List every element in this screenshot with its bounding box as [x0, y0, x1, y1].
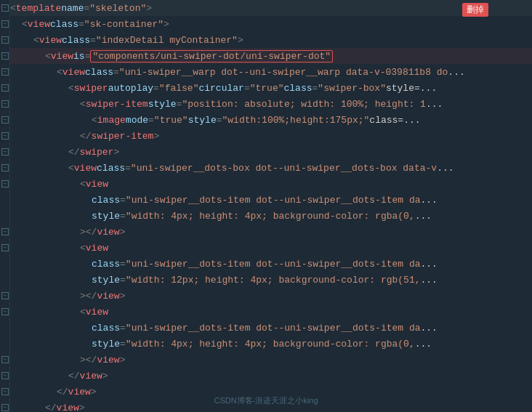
fold-icon[interactable]: − — [1, 308, 9, 315]
code-token: < — [68, 163, 74, 174]
code-line: −<view class="uni-swiper__dots-box dot--… — [0, 160, 532, 176]
code-line: −<view class="indexDetail myContainer"> — [0, 32, 532, 48]
code-line: −</swiper-item> — [0, 128, 532, 144]
code-token: view — [86, 243, 108, 254]
code-token: view — [57, 403, 79, 413]
line-gutter: − — [0, 80, 10, 96]
code-token: class — [97, 163, 125, 174]
fold-icon[interactable]: − — [1, 148, 9, 155]
line-gutter: − — [0, 368, 10, 384]
code-line: −<view — [0, 176, 532, 192]
code-token: view — [97, 227, 119, 238]
code-token: "components/uni-swiper-dot/uni-swiper-do… — [90, 50, 333, 62]
fold-icon[interactable]: − — [1, 68, 9, 76]
fold-icon[interactable]: − — [1, 372, 9, 379]
line-code-content: <image mode="true" style="width:100%;hei… — [10, 115, 532, 126]
code-token: > — [91, 387, 97, 397]
code-token: "sk-container" — [84, 19, 164, 30]
line-code-content: <view — [10, 179, 532, 190]
line-code-content: <swiper-item style="position: absolute; … — [10, 99, 532, 110]
code-line: −<view — [0, 240, 532, 256]
code-token: = — [153, 83, 159, 94]
fold-icon[interactable]: − — [1, 20, 9, 28]
line-code-content: <view is="components/uni-swiper-dot/uni-… — [10, 50, 532, 62]
code-token: view — [51, 51, 73, 62]
code-token: "indexDetail myContainer" — [96, 35, 238, 46]
line-gutter: − — [0, 240, 10, 256]
fold-icon[interactable]: − — [1, 4, 9, 12]
code-token: view — [86, 179, 108, 190]
line-code-content: ></view> — [10, 355, 532, 365]
line-gutter: − — [0, 96, 10, 112]
code-token: = — [148, 115, 154, 126]
code-token: class — [50, 19, 78, 30]
code-token: "skeleton" — [89, 3, 146, 14]
code-token: ></ — [80, 227, 97, 238]
line-gutter: − — [0, 0, 10, 16]
code-token: ... — [448, 67, 464, 78]
line-code-content: <template name="skeleton"> — [10, 3, 532, 14]
code-token: view — [97, 355, 119, 365]
code-token: name — [61, 3, 84, 14]
code-token: template — [16, 3, 61, 14]
code-token: "position: absolute; width: 100%; height… — [182, 99, 425, 110]
code-token: swiper-item — [92, 131, 154, 142]
code-line: −></view> — [0, 352, 532, 368]
code-token: class — [62, 35, 90, 46]
code-token: </ — [80, 131, 92, 142]
line-code-content: <view — [10, 307, 532, 318]
line-code-content: <view — [10, 243, 532, 254]
line-gutter: − — [0, 224, 10, 240]
code-token: < — [92, 115, 97, 126]
fold-icon[interactable]: − — [1, 356, 9, 363]
code-token: "width: 12px; height: 4px; background-co… — [126, 275, 421, 286]
fold-icon[interactable]: − — [1, 180, 9, 187]
code-token: style — [92, 211, 120, 222]
fold-icon[interactable]: − — [1, 84, 9, 92]
code-token: "width: 4px; height: 4px; background-col… — [126, 211, 415, 222]
code-editor: 删掉 −<template name="skeleton">−<view cla… — [0, 0, 532, 412]
fold-icon[interactable]: − — [1, 292, 9, 299]
code-token: style — [92, 339, 120, 350]
delete-badge: 删掉 — [462, 3, 488, 17]
fold-icon[interactable]: − — [1, 36, 9, 44]
code-token: = — [120, 259, 126, 270]
code-token: ></ — [80, 291, 97, 302]
code-token: < — [33, 35, 39, 46]
line-code-content: style="width: 4px; height: 4px; backgrou… — [10, 339, 532, 350]
code-token: = — [113, 67, 119, 78]
code-line: −></view> — [0, 288, 532, 304]
fold-icon[interactable]: − — [1, 244, 9, 251]
code-token: </ — [68, 147, 80, 158]
code-token: < — [80, 307, 86, 318]
fold-icon[interactable]: − — [1, 116, 9, 124]
fold-icon[interactable]: − — [1, 388, 9, 395]
code-token: < — [57, 67, 63, 78]
fold-icon[interactable]: − — [1, 228, 9, 235]
code-token: ></ — [80, 355, 97, 365]
line-gutter: − — [0, 176, 10, 192]
line-gutter: − — [0, 64, 10, 80]
code-token: class — [284, 83, 313, 94]
code-token: = — [90, 35, 96, 46]
fold-icon[interactable]: − — [1, 132, 9, 140]
code-token: ... — [421, 259, 438, 270]
code-token: ... — [437, 163, 454, 174]
line-code-content: ></view> — [10, 227, 532, 238]
code-token: < — [45, 51, 51, 62]
code-token: = — [177, 99, 182, 110]
code-token: ... — [415, 211, 432, 222]
fold-icon[interactable]: − — [1, 164, 9, 171]
code-token: view — [97, 291, 119, 302]
line-code-content: <view class="sk-container"> — [10, 19, 532, 30]
line-gutter: − — [0, 32, 10, 48]
code-token: "true" — [250, 83, 284, 94]
line-code-content: <view class="uni-swiper__warp dot--uni-s… — [10, 67, 532, 78]
code-token: ... — [426, 99, 443, 110]
line-code-content: class="uni-swiper__dots-item dot--uni-sw… — [10, 323, 532, 334]
line-code-content: </swiper> — [10, 147, 532, 158]
fold-icon[interactable]: − — [1, 100, 9, 108]
fold-icon[interactable]: − — [1, 404, 9, 411]
fold-icon[interactable]: − — [1, 52, 9, 60]
code-token: class — [92, 323, 120, 334]
